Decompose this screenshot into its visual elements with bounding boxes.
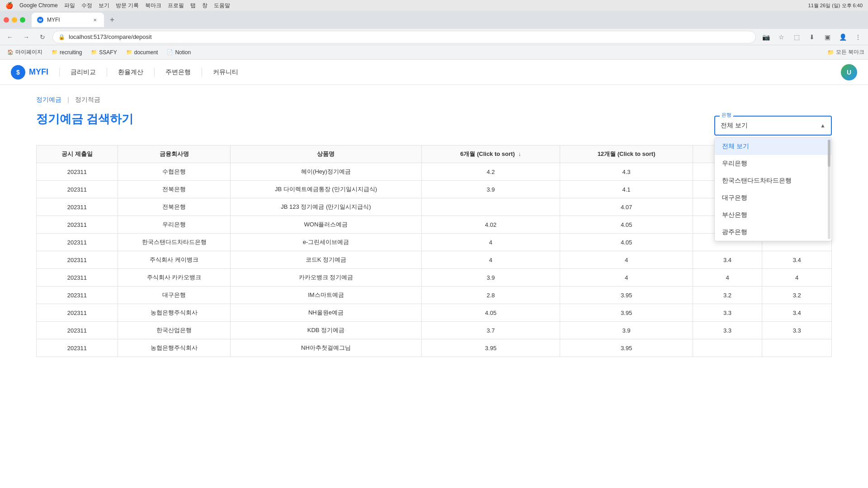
cell-date: 202311	[37, 251, 118, 269]
table-row: 202311 전북은행 JB 다이렉트예금통장 (만기일시지급식) 3.9 4.…	[37, 181, 832, 198]
cell-bank: 농협은행주식회사	[118, 304, 231, 322]
cell-date: 202311	[37, 322, 118, 339]
profile-avatar-icon[interactable]: 👤	[836, 31, 849, 43]
table-row: 202311 주식회사 케이뱅크 코드K 정기예금 4 4 3.4 3.4	[37, 251, 832, 269]
traffic-lights	[4, 17, 25, 23]
th-rate6[interactable]: 6개월 (Click to sort) ↓	[421, 145, 560, 163]
menu-dots-icon[interactable]: ⋮	[852, 31, 864, 43]
all-bookmarks-button[interactable]: 📁 모든 북마크	[827, 48, 864, 56]
logo-symbol: $	[16, 69, 20, 76]
th-rate12[interactable]: 12개월 (Click to sort)	[560, 145, 693, 163]
cell-rate36: 3.4	[762, 304, 832, 322]
menu-file[interactable]: 파일	[64, 2, 75, 9]
cell-date: 202311	[37, 339, 118, 357]
lock-icon: 🔒	[58, 34, 65, 40]
app-logo: $ MYFI	[11, 65, 48, 80]
table-row: 202311 농협은행주식회사 NH올원e예금 4.05 3.95 3.3 3.…	[37, 304, 832, 322]
active-tab[interactable]: M MYFI ✕	[32, 13, 104, 27]
bookmark-ssafy[interactable]: 📁 SSAFY	[87, 48, 120, 56]
cell-rate24: 3.3	[693, 304, 762, 322]
menu-window[interactable]: 창	[202, 2, 208, 9]
user-avatar[interactable]: U	[841, 64, 857, 80]
cell-rate12: 4.1	[560, 181, 693, 198]
nav-rate-compare[interactable]: 금리비교	[71, 68, 96, 76]
bookmark-recruiting[interactable]: 📁 recruiting	[48, 48, 85, 56]
minimize-button[interactable]	[12, 17, 17, 23]
bookmark-star-icon[interactable]: ☆	[775, 31, 788, 43]
nav-exchange[interactable]: 환율계산	[118, 68, 143, 76]
bookmark-notion[interactable]: 📄 Notion	[163, 48, 194, 56]
reload-button[interactable]: ↻	[36, 31, 49, 43]
download-icon[interactable]: ⬇	[806, 31, 818, 43]
dropdown-option-daegu[interactable]: 대구은행	[715, 189, 831, 206]
menu-bookmarks[interactable]: 북마크	[145, 2, 161, 9]
screenshot-icon[interactable]: 📷	[760, 31, 772, 43]
cell-rate6: 3.9	[421, 181, 560, 198]
cell-date: 202311	[37, 198, 118, 216]
cell-date: 202311	[37, 269, 118, 286]
dropdown-option-gwangju[interactable]: 광주은행	[715, 224, 831, 241]
extension-icon[interactable]: ⬚	[790, 31, 803, 43]
url-text: localhost:5173/compare/deposit	[69, 33, 152, 40]
tab-close-icon[interactable]: ✕	[91, 16, 99, 23]
nav-divider3	[154, 68, 155, 77]
bookmark-document[interactable]: 📁 document	[123, 48, 162, 56]
forward-button[interactable]: →	[20, 31, 33, 43]
cell-bank: 농협은행주식회사	[118, 339, 231, 357]
cell-rate6: 4.05	[421, 304, 560, 322]
table-row: 202311 전북은행 JB 123 정기예금 (만기일시지급식) 4.07	[37, 198, 832, 216]
breadcrumb-savings[interactable]: 정기적금	[75, 96, 100, 104]
bookmark-notion-label: Notion	[175, 49, 191, 56]
cell-rate12: 3.9	[560, 322, 693, 339]
cell-rate6: 4	[421, 234, 560, 251]
folder-recruiting-icon: 📁	[52, 49, 58, 55]
bank-dropdown-trigger[interactable]: 전체 보기 ▲	[714, 116, 832, 136]
cell-date: 202311	[37, 163, 118, 181]
menu-profile[interactable]: 프로필	[168, 2, 184, 9]
apple-logo-icon[interactable]: 🍎	[5, 2, 13, 9]
nav-community[interactable]: 커뮤니티	[213, 68, 238, 76]
cell-rate12: 4	[560, 251, 693, 269]
cell-rate24: 3.2	[693, 286, 762, 304]
close-button[interactable]	[4, 17, 9, 23]
menu-tab[interactable]: 탭	[190, 2, 196, 9]
back-button[interactable]: ←	[4, 31, 16, 43]
bookmark-mypage[interactable]: 🏠 마이페이지	[4, 47, 46, 57]
url-bar-actions: 📷 ☆ ⬚ ⬇ ▣ 👤 ⋮	[760, 31, 864, 43]
dropdown-option-woori[interactable]: 우리은행	[715, 155, 831, 172]
nav-divider2	[107, 68, 107, 77]
app-header: $ MYFI 금리비교 환율계산 주변은행 커뮤니티 U	[0, 60, 868, 85]
nav-nearby-bank[interactable]: 주변은행	[165, 68, 191, 76]
sidebar-icon[interactable]: ▣	[821, 31, 834, 43]
bank-dropdown-container: 은행 전체 보기 ▲ 전체 보기 우리은행 한국스탠다드차타드은행 대구은행 부…	[714, 116, 832, 136]
maximize-button[interactable]	[20, 17, 25, 23]
chrome-tab-bar: M MYFI ✕ +	[0, 11, 868, 29]
menu-chrome[interactable]: Google Chrome	[19, 2, 58, 9]
th-date: 공시 제출일	[37, 145, 118, 163]
cell-product: WON플러스예금	[231, 216, 421, 234]
cell-product: NH올원e예금	[231, 304, 421, 322]
menu-edit[interactable]: 수정	[81, 2, 92, 9]
breadcrumb: 정기예금 ｜ 정기적금	[36, 96, 832, 104]
cell-date: 202311	[37, 234, 118, 251]
cell-rate12: 3.95	[560, 339, 693, 357]
breadcrumb-deposit[interactable]: 정기예금	[36, 96, 61, 104]
nav-divider	[59, 68, 60, 77]
menu-history[interactable]: 방문 기록	[116, 2, 139, 9]
dropdown-option-all[interactable]: 전체 보기	[715, 138, 831, 155]
cell-date: 202311	[37, 304, 118, 322]
cell-product: NH아추첫걸예그님	[231, 339, 421, 357]
cell-product: JB 다이렉트예금통장 (만기일시지급식)	[231, 181, 421, 198]
folder-document-icon: 📁	[126, 49, 132, 55]
url-bar[interactable]: 🔒 localhost:5173/compare/deposit	[52, 31, 756, 43]
cell-bank: 주식회사 케이뱅크	[118, 251, 231, 269]
menu-help[interactable]: 도움말	[214, 2, 230, 9]
menu-view[interactable]: 보기	[99, 2, 109, 9]
dropdown-scrollbar[interactable]	[828, 140, 830, 239]
dropdown-option-standard[interactable]: 한국스탠다드차타드은행	[715, 172, 831, 189]
cell-rate24	[693, 339, 762, 357]
dropdown-option-busan[interactable]: 부산은행	[715, 206, 831, 224]
cell-bank: 전북은행	[118, 181, 231, 198]
table-header: 공시 제출일 금융회사명 상품명 6개월 (Click to sort) ↓ 1…	[37, 145, 832, 163]
new-tab-button[interactable]: +	[106, 14, 118, 26]
